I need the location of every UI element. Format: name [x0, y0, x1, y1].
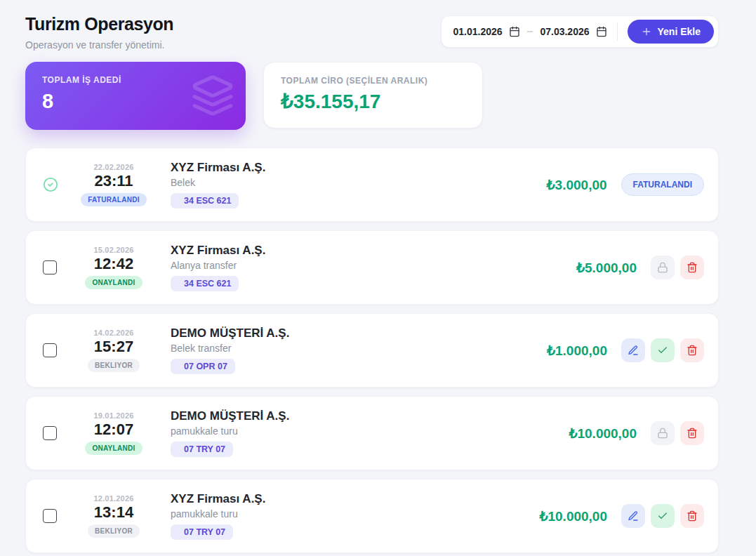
status-badge: BEKLIYOR	[88, 524, 140, 538]
date-range-separator: –	[527, 25, 533, 38]
row-main-column: DEMO MÜŞTERİ A.Ş. pamukkale turu 07 TRY …	[171, 409, 569, 457]
company-name: DEMO MÜŞTERİ A.Ş.	[171, 409, 569, 423]
pencil-icon	[628, 345, 639, 356]
row-right-column: ₺3.000,00 FATURALANDI	[547, 173, 705, 196]
job-time: 13:14	[94, 503, 133, 522]
calendar-icon[interactable]	[509, 26, 520, 37]
total-revenue-label: TOPLAM CİRO (SEÇİLEN ARALIK)	[281, 76, 465, 86]
delete-button[interactable]	[680, 421, 704, 445]
vehicle-plate-badge: 34 ESC 621	[171, 193, 239, 208]
vehicle-plate: 34 ESC 621	[184, 279, 231, 289]
pencil-icon	[628, 510, 639, 522]
row-main-column: XYZ Firması A.Ş. Belek 34 ESC 621	[171, 161, 547, 208]
vehicle-plate: 34 ESC 621	[184, 196, 231, 206]
check-icon	[657, 345, 668, 356]
job-row: 22.02.2026 23:11 FATURALANDI XYZ Firması…	[25, 147, 719, 222]
job-date: 15.02.2026	[93, 246, 133, 254]
trash-icon	[687, 428, 698, 439]
job-amount: ₺1.000,00	[547, 343, 607, 359]
status-badge: ONAYLANDI	[85, 442, 142, 455]
row-right-column: ₺10.000,00	[569, 421, 704, 445]
add-new-button[interactable]: Yeni Ekle	[628, 20, 714, 44]
lock-button[interactable]	[651, 256, 675, 279]
vehicle-plate-badge: 07 TRY 07	[171, 524, 233, 540]
check-icon	[657, 510, 668, 522]
add-new-button-label: Yeni Ekle	[658, 26, 701, 37]
row-time-column: 12.01.2026 13:14 BEKLIYOR	[77, 494, 151, 538]
job-row: 19.01.2026 12:07 ONAYLANDI DEMO MÜŞTERİ …	[25, 396, 719, 470]
row-time-column: 19.01.2026 12:07 ONAYLANDI	[77, 411, 151, 455]
row-time-column: 15.02.2026 12:42 ONAYLANDI	[77, 246, 151, 289]
edit-button[interactable]	[621, 504, 645, 528]
trash-icon	[687, 510, 698, 522]
selected-check-circle-icon[interactable]	[43, 177, 58, 192]
job-description: pamukkale turu	[171, 508, 539, 519]
row-selector	[43, 509, 77, 523]
trash-icon	[687, 262, 698, 273]
lock-icon	[657, 428, 668, 439]
job-amount: ₺10.000,00	[539, 508, 607, 524]
total-revenue-card: TOPLAM CİRO (SEÇİLEN ARALIK) ₺35.155,17	[263, 62, 483, 128]
row-selector	[43, 426, 77, 440]
date-from-field[interactable]: 01.01.2026	[453, 26, 519, 37]
job-date: 12.01.2026	[93, 494, 133, 503]
row-time-column: 14.02.2026 15:27 BEKLIYOR	[77, 329, 151, 372]
page: Turizm Operasyon Operasyon ve transfer y…	[0, 0, 756, 553]
row-main-column: DEMO MÜŞTERİ A.Ş. Belek transfer 07 OPR …	[171, 326, 547, 374]
row-main-column: XYZ Firması A.Ş. pamukkale turu 07 TRY 0…	[171, 492, 539, 540]
job-amount: ₺3.000,00	[547, 177, 607, 193]
job-row: 15.02.2026 12:42 ONAYLANDI XYZ Firması A…	[25, 230, 719, 305]
row-main-column: XYZ Firması A.Ş. Alanya transfer 34 ESC …	[171, 244, 576, 291]
vehicle-plate-badge: 34 ESC 621	[171, 276, 239, 291]
row-selector	[43, 343, 77, 357]
total-jobs-card: TOPLAM İŞ ADEDİ 8	[25, 62, 246, 130]
company-name: XYZ Firması A.Ş.	[171, 244, 576, 258]
vehicle-plate-badge: 07 OPR 07	[171, 359, 235, 374]
delete-button[interactable]	[680, 256, 704, 279]
company-name: XYZ Firması A.Ş.	[171, 492, 539, 506]
stats-row: TOPLAM İŞ ADEDİ 8 TOPLAM CİRO (SEÇİLEN A…	[25, 62, 719, 130]
lock-icon	[657, 262, 668, 273]
row-time-column: 22.02.2026 23:11 FATURALANDI	[77, 163, 151, 206]
row-checkbox[interactable]	[43, 509, 57, 523]
layers-icon	[191, 74, 234, 117]
approve-button[interactable]	[651, 504, 675, 528]
vehicle-plate-badge: 07 TRY 07	[171, 442, 233, 457]
date-to-field[interactable]: 07.03.2026	[540, 26, 606, 37]
delete-button[interactable]	[680, 338, 704, 362]
job-time: 23:11	[94, 172, 133, 190]
lock-button[interactable]	[651, 421, 675, 445]
row-checkbox[interactable]	[43, 260, 57, 274]
company-name: DEMO MÜŞTERİ A.Ş.	[171, 326, 547, 340]
date-range-toolbar: 01.01.2026 – 07.03.2026 Yeni Ekle	[441, 15, 719, 48]
row-selector	[43, 177, 77, 192]
job-description: Alanya transfer	[171, 260, 576, 271]
plus-icon	[641, 26, 652, 37]
job-date: 19.01.2026	[93, 411, 133, 420]
page-subtitle: Operasyon ve transfer yönetimi.	[25, 39, 173, 51]
job-amount: ₺5.000,00	[576, 260, 637, 276]
job-time: 15:27	[94, 338, 133, 356]
job-date: 22.02.2026	[93, 163, 133, 171]
job-amount: ₺10.000,00	[569, 425, 637, 442]
total-revenue-value: ₺35.155,17	[281, 90, 465, 113]
approve-button[interactable]	[651, 338, 675, 362]
status-badge: FATURALANDI	[81, 193, 147, 206]
calendar-icon[interactable]	[596, 26, 607, 37]
vehicle-plate: 07 OPR 07	[184, 362, 227, 371]
row-checkbox[interactable]	[43, 426, 57, 440]
row-right-column: ₺1.000,00	[547, 338, 704, 362]
row-right-column: ₺10.000,00	[539, 504, 704, 528]
company-name: XYZ Firması A.Ş.	[171, 161, 547, 175]
delete-button[interactable]	[680, 504, 704, 528]
vehicle-plate: 07 TRY 07	[184, 527, 225, 537]
edit-button[interactable]	[621, 338, 645, 362]
job-row: 12.01.2026 13:14 BEKLIYOR XYZ Firması A.…	[25, 479, 719, 553]
status-badge: BEKLIYOR	[88, 359, 140, 372]
row-checkbox[interactable]	[43, 343, 57, 357]
header-titles: Turizm Operasyon Operasyon ve transfer y…	[25, 11, 173, 51]
vehicle-plate: 07 TRY 07	[184, 444, 225, 454]
invoiced-status-pill: FATURALANDI	[621, 173, 704, 196]
job-time: 12:07	[94, 421, 133, 439]
job-description: Belek	[171, 177, 547, 188]
